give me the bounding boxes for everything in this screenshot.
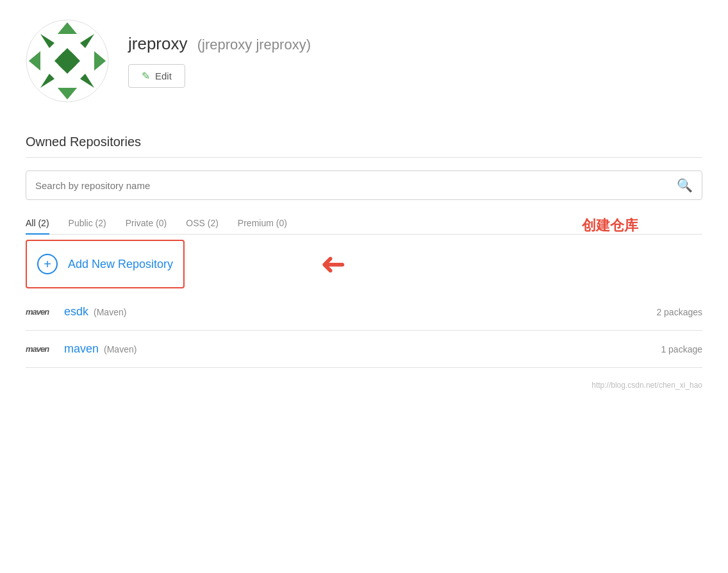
search-icon: 🔍	[677, 178, 693, 193]
repo-packages-maven: 1 package	[661, 344, 702, 354]
section-title: Owned Repositories	[26, 135, 702, 149]
edit-label: Edit	[155, 71, 172, 81]
add-repo-label: Add New Repository	[68, 258, 173, 271]
avatar	[26, 19, 109, 103]
repo-item-maven: maven maven (Maven) 1 package	[26, 331, 702, 368]
tab-public[interactable]: Public (2)	[69, 213, 106, 235]
edit-icon: ✎	[142, 70, 150, 82]
repo-name-esdk[interactable]: esdk	[64, 305, 88, 319]
profile-section: jreproxy (jreproxy jreproxy) ✎ Edit	[26, 19, 702, 103]
tab-oss[interactable]: OSS (2)	[186, 213, 219, 235]
search-input[interactable]	[35, 180, 677, 191]
watermark: http://blog.csdn.net/chen_xi_hao	[26, 381, 702, 390]
repo-packages-esdk: 2 packages	[656, 307, 702, 317]
profile-name: jreproxy (jreproxy jreproxy)	[128, 34, 311, 54]
section-divider	[26, 157, 702, 158]
repo-item-esdk: maven esdk (Maven) 2 packages	[26, 294, 702, 331]
repo-type-esdk: (Maven)	[94, 307, 126, 317]
repo-name-maven[interactable]: maven	[64, 342, 99, 356]
add-icon: +	[37, 254, 58, 274]
repos-section: Owned Repositories 🔍 创建仓库 All (2) Public…	[26, 135, 702, 368]
tab-private[interactable]: Private (0)	[126, 213, 167, 235]
maven-icon-esdk: maven	[26, 307, 64, 317]
tab-all[interactable]: All (2)	[26, 213, 49, 235]
repo-list: maven esdk (Maven) 2 packages 该仓库下有两个项目 …	[26, 294, 702, 368]
repo-type-maven: (Maven)	[104, 344, 136, 354]
username-primary: jreproxy	[128, 34, 187, 53]
maven-icon-maven: maven	[26, 344, 64, 354]
tab-premium[interactable]: Premium (0)	[238, 213, 287, 235]
tabs-container: 创建仓库 All (2) Public (2) Private (0) OSS …	[26, 213, 702, 368]
tabs: All (2) Public (2) Private (0) OSS (2) P…	[26, 213, 702, 235]
username-secondary: (jreproxy jreproxy)	[197, 37, 311, 53]
edit-button[interactable]: ✎ Edit	[128, 64, 185, 88]
search-box: 🔍	[26, 170, 702, 200]
add-new-repository-button[interactable]: + Add New Repository	[26, 240, 185, 288]
profile-info: jreproxy (jreproxy jreproxy) ✎ Edit	[128, 34, 311, 88]
